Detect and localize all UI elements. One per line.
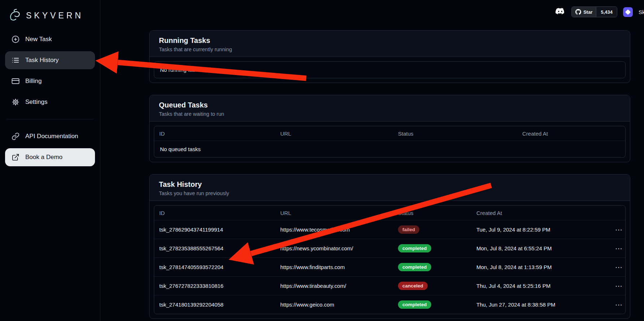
sidebar-item-label: Task History [25,57,59,64]
discord-button[interactable] [555,8,566,16]
queued-tasks-header: Queued Tasks Tasks that are waiting to r… [150,95,630,122]
card-title: Running Tasks [159,36,621,45]
column-header: URL [275,210,393,216]
task-id-cell: tsk_278235388555267564 [154,245,275,251]
running-tasks-card: Running Tasks Tasks that are currently r… [149,30,630,83]
app-root: SKYVERN New Task Task History [0,0,644,321]
task-menu-cell: ⋯ [607,300,625,309]
task-menu-cell: ⋯ [607,244,625,253]
external-link-icon [12,153,20,161]
sidebar-item-label: New Task [25,36,52,43]
column-header: Created At [517,131,625,137]
sidebar-item-settings[interactable]: Settings [5,93,95,111]
running-tasks-table: No running tasks [154,61,626,78]
github-star-label: Star [583,9,592,15]
gear-icon [12,98,20,106]
task-history-body: IDURLStatusCreated At tsk_27862904374119… [150,201,630,318]
sidebar-item-task-history[interactable]: Task History [5,51,95,69]
task-id-cell: tsk_274180139292204058 [154,302,275,308]
task-url-cell: https://www.finditparts.com [275,264,393,270]
sidebar-nav: New Task Task History Billing [5,30,95,166]
github-star-count: 5,434 [596,7,617,17]
task-url-cell: https://www.tirabeauty.com/ [275,283,393,289]
sidebar-item-book-a-demo[interactable]: Book a Demo [5,148,95,166]
row-menu-button[interactable]: ⋯ [612,263,625,272]
status-badge: failed [398,225,419,234]
table-header-row: IDURLStatusCreated At [154,206,625,220]
column-header: Status [393,131,517,137]
ellipsis-icon: ⋯ [615,263,623,271]
card-title: Queued Tasks [159,101,621,109]
list-icon [12,56,20,64]
table-row[interactable]: tsk_276727822333810816 https://www.tirab… [154,276,625,295]
row-menu-button[interactable]: ⋯ [612,225,625,234]
ellipsis-icon: ⋯ [615,245,623,252]
main-content: Star 5,434 Sk Running Tasks Tasks that a… [100,0,644,321]
table-row[interactable]: tsk_278235388555267564 https://news.ycom… [154,239,625,258]
task-status-cell: canceled [393,282,471,290]
task-menu-cell: ⋯ [607,282,625,290]
user-avatar[interactable] [623,7,633,17]
row-menu-button[interactable]: ⋯ [612,282,625,290]
empty-state: No running tasks [154,62,625,78]
brand-name: SKYVERN [26,11,83,21]
task-menu-cell: ⋯ [607,225,625,234]
ellipsis-icon: ⋯ [615,282,623,290]
sidebar-item-label: Billing [25,78,42,85]
status-badge: completed [398,300,431,309]
task-status-cell: completed [393,244,471,252]
task-created-cell: Mon, Jul 8, 2024 at 6:55:24 PM [471,245,607,251]
column-header: Created At [471,210,607,216]
task-history-header: Task History Tasks you have run previous… [150,175,630,201]
status-badge: completed [398,263,431,271]
queued-tasks-body: IDURLStatusCreated At No queued tasks [150,122,630,162]
sidebar-divider [7,119,94,119]
queued-tasks-table: IDURLStatusCreated At No queued tasks [154,126,626,158]
table-header-row: IDURLStatusCreated At [154,126,625,141]
sidebar-item-new-task[interactable]: New Task [5,30,95,48]
running-tasks-header: Running Tasks Tasks that are currently r… [150,31,630,57]
github-star-widget[interactable]: Star 5,434 [571,6,617,17]
task-created-cell: Thu, Jul 4, 2024 at 5:25:16 PM [471,283,607,289]
brand-logo: SKYVERN [5,6,95,24]
table-row[interactable]: tsk_278147405593572204 https://www.findi… [154,258,625,276]
plus-circle-icon [12,35,20,43]
row-menu-button[interactable]: ⋯ [612,244,625,253]
table-row[interactable]: tsk_274180139292204058 https://www.geico… [154,295,625,314]
table-row[interactable]: tsk_278629043741199914 https://www.tecos… [154,220,625,239]
github-icon [575,9,581,15]
task-created-cell: Thu, Jun 27, 2024 at 8:38:58 PM [471,302,607,308]
empty-state: No queued tasks [154,141,625,157]
column-header: Status [393,210,471,216]
task-menu-cell: ⋯ [607,263,625,272]
task-created-cell: Mon, Jul 8, 2024 at 1:13:59 PM [471,264,607,270]
task-url-cell: https://www.geico.com [275,302,393,308]
task-history-table: IDURLStatusCreated At tsk_27862904374119… [154,205,626,314]
task-history-card: Task History Tasks you have run previous… [149,174,630,319]
ellipsis-icon: ⋯ [615,301,623,309]
sidebar-item-api-documentation[interactable]: API Documentation [5,127,95,145]
skyvern-dragon-icon [8,8,22,23]
table-body: tsk_278629043741199914 https://www.tecos… [154,220,625,314]
sidebar-item-billing[interactable]: Billing [5,72,95,90]
sidebar-item-label: API Documentation [25,133,78,140]
task-created-cell: Tue, Jul 9, 2024 at 8:22:59 PM [471,227,607,233]
topbar: Star 5,434 Sk [555,6,644,18]
column-header: URL [275,131,393,137]
task-id-cell: tsk_278147405593572204 [154,264,275,270]
cards-column: Running Tasks Tasks that are currently r… [149,30,630,319]
column-header: ID [154,131,275,137]
sidebar: SKYVERN New Task Task History [0,0,100,321]
avatar-glyph [625,9,631,15]
card-title: Task History [159,180,621,189]
card-subtitle: Tasks that are currently running [159,47,621,52]
running-tasks-body: No running tasks [150,57,630,83]
card-subtitle: Tasks you have run previously [159,190,621,196]
ellipsis-icon: ⋯ [615,226,623,234]
column-header: ID [154,210,275,216]
credit-card-icon [12,77,20,85]
task-id-cell: tsk_276727822333810816 [154,283,275,289]
task-url-cell: https://www.tecosmetics.com [275,227,393,233]
sidebar-item-label: Settings [25,98,47,106]
row-menu-button[interactable]: ⋯ [612,300,625,309]
